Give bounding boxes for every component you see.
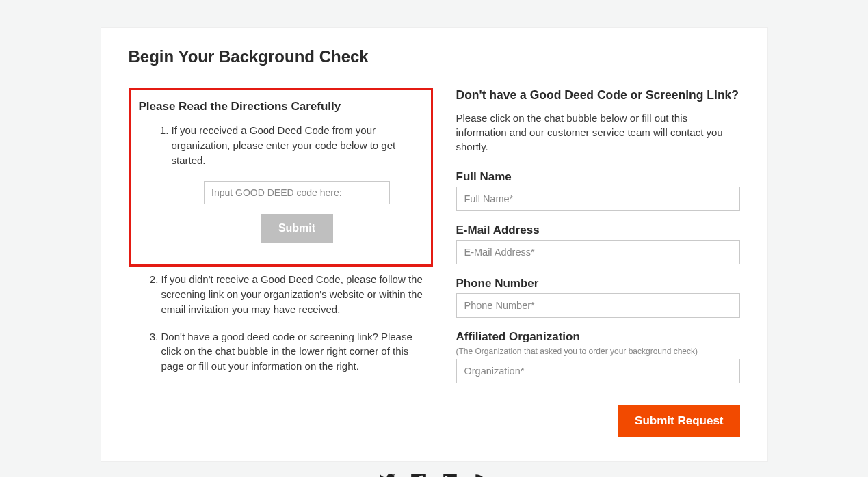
phone-label: Phone Number (456, 277, 740, 290)
contact-form-heading: Don't have a Good Deed Code or Screening… (456, 88, 740, 103)
org-input[interactable] (456, 359, 740, 383)
social-icons-row (0, 472, 868, 477)
footer: Home | Privacy Policy | Terms Of Use | P… (0, 472, 868, 477)
main-card: Begin Your Background Check Please Read … (101, 27, 768, 462)
org-label: Affiliated Organization (456, 330, 740, 344)
twitter-icon (378, 472, 396, 477)
page-title: Begin Your Background Check (129, 47, 740, 66)
phone-input[interactable] (456, 293, 740, 318)
directions-column: Please Read the Directions Carefully If … (129, 88, 433, 437)
direction-step-1: If you received a Good Deed Code from yo… (172, 123, 423, 243)
email-label: E-Mail Address (456, 223, 740, 237)
directions-highlight-box: Please Read the Directions Carefully If … (129, 88, 433, 267)
contact-form-column: Don't have a Good Deed Code or Screening… (456, 88, 740, 437)
rss-link[interactable] (473, 472, 490, 477)
good-deed-code-input[interactable] (204, 181, 390, 204)
full-name-label: Full Name (456, 170, 740, 184)
full-name-input[interactable] (456, 187, 740, 211)
directions-heading: Please Read the Directions Carefully (139, 100, 423, 113)
submit-request-button[interactable]: Submit Request (618, 405, 739, 437)
facebook-icon (410, 472, 428, 477)
facebook-link[interactable] (410, 472, 428, 477)
linkedin-link[interactable] (441, 472, 459, 477)
contact-form-lede: Please click on the chat bubble below or… (456, 111, 740, 154)
email-input[interactable] (456, 240, 740, 264)
direction-step-3: Don't have a good deed code or screening… (161, 329, 433, 374)
direction-step-2: If you didn't receive a Good Deed Code, … (161, 272, 433, 316)
linkedin-icon (441, 472, 459, 477)
org-note: (The Organization that asked you to orde… (456, 346, 740, 356)
rss-icon (473, 472, 490, 477)
twitter-link[interactable] (378, 472, 396, 477)
direction-step-1-text: If you received a Good Deed Code from yo… (172, 124, 396, 166)
submit-code-button[interactable]: Submit (261, 214, 333, 243)
